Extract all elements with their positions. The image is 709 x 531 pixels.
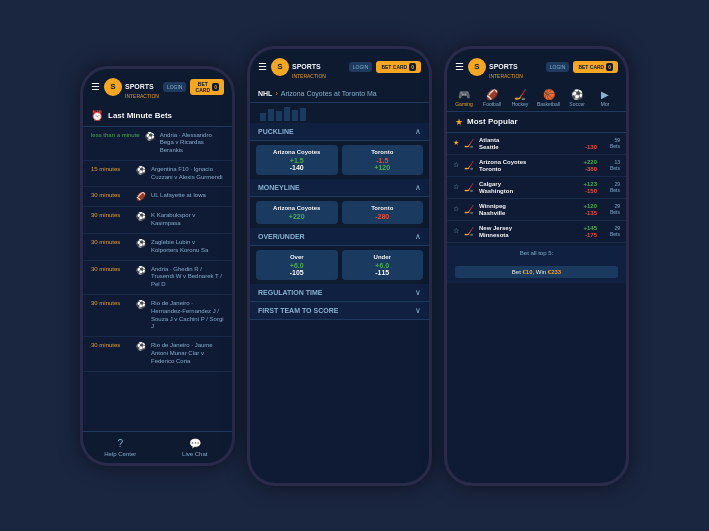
logo-text-center: SPORTS (292, 63, 321, 70)
header-center: ☰ S SPORTS INTERACTION LOGIN BET CARD 0 (250, 49, 429, 85)
more-label: Mor (601, 101, 610, 107)
list-item[interactable]: 30 minutes ⚽ Rio de Janeiro · Jaume Anto… (83, 337, 232, 371)
team-name: Calgary (479, 181, 501, 187)
svg-rect-3 (284, 107, 290, 121)
help-center-btn[interactable]: ? Help Center (83, 432, 158, 463)
phones-container: ☰ S SPORTS INTERACTION LOGIN BET CARD 0 … (60, 26, 649, 506)
sport-icon: 🏈 (136, 192, 146, 201)
bet-details: Argentina F10 · Ignacio Cuzzani v Alexis… (151, 166, 224, 182)
live-chat-btn[interactable]: 💬 Live Chat (158, 432, 233, 463)
sports-tabs: 🎮 Gaming 🏈 Football 🏒 Hockey 🏀 Basketbal… (447, 85, 626, 112)
regulation-time-header[interactable]: REGULATION TIME ∨ (250, 284, 429, 302)
first-team-header[interactable]: FIRST TEAM TO SCORE ∨ (250, 302, 429, 320)
puckline-team2-box[interactable]: Toronto -1.5 +120 (342, 145, 424, 175)
team-row: Minnesota -175 (479, 232, 597, 238)
sport-icon-4: 🏒 (464, 205, 476, 214)
moneyline-team2-box[interactable]: Toronto -280 (342, 201, 424, 224)
login-btn-center[interactable]: LOGIN (349, 62, 373, 72)
bet-time: 30 minutes (91, 239, 131, 245)
bet-time: 15 minutes (91, 166, 131, 172)
list-item[interactable]: 15 minutes ⚽ Argentina F10 · Ignacio Cuz… (83, 161, 232, 188)
tab-hockey[interactable]: 🏒 Hockey (509, 89, 531, 107)
puckline-team1-box[interactable]: Arizona Coyotes +1.5 -140 (256, 145, 338, 175)
hamburger-icon-right[interactable]: ☰ (455, 61, 464, 72)
breadcrumb: NHL › Arizona Coyotes at Toronto Ma (250, 85, 429, 103)
hamburger-icon[interactable]: ☰ (91, 81, 100, 92)
bet-card-label-center: BET CARD (381, 64, 407, 70)
popular-teams-2: Arizona Coyotes +220 Toronto -380 (479, 159, 597, 172)
gaming-label: Gaming (455, 101, 473, 107)
team-row: New Jersey +145 (479, 225, 597, 231)
sport-icon-2: 🏒 (464, 161, 476, 170)
hamburger-icon-center[interactable]: ☰ (258, 61, 267, 72)
header-left: ☰ S SPORTS INTERACTION LOGIN BET CARD 0 (83, 69, 232, 105)
list-item[interactable]: 30 minutes ⚽ Zaglebie Lubin v Kolporters… (83, 234, 232, 261)
bet-details: K Karabukspor v Kasimpasa (151, 212, 224, 228)
popular-row-2[interactable]: ☆ 🏒 Arizona Coyotes +220 Toronto -380 13… (447, 155, 626, 177)
bet-all-button[interactable]: Bet €10, Win €233 (455, 266, 618, 278)
bet-card-count-right: 0 (606, 63, 613, 71)
tab-football[interactable]: 🏈 Football (481, 89, 503, 107)
bet-card-btn-right[interactable]: BET CARD 0 (573, 61, 618, 73)
bet-details: Zaglebie Lubin v Kolporters Koronu Sa (151, 239, 224, 255)
bet-time: 30 minutes (91, 300, 131, 306)
row-star-icon: ☆ (453, 205, 461, 213)
moneyline-header[interactable]: MONEYLINE ∧ (250, 179, 429, 197)
star-icon: ★ (455, 117, 463, 127)
moneyline-team1-box[interactable]: Arizona Coyotes +220 (256, 201, 338, 224)
puckline-header[interactable]: PUCKLINE ∧ (250, 123, 429, 141)
popular-row-1[interactable]: ★ 🏒 Atlanta Seattle -130 59Bets (447, 133, 626, 155)
overunder-header[interactable]: OVER/UNDER ∧ (250, 228, 429, 246)
popular-row-3[interactable]: ☆ 🏒 Calgary +123 Washington -150 29Bets (447, 177, 626, 199)
list-item[interactable]: 30 minutes ⚽ K Karabukspor v Kasimpasa (83, 207, 232, 234)
logo-text-right: SPORTS (489, 63, 518, 70)
sport-icon: ⚽ (136, 212, 146, 221)
overunder-under-box[interactable]: Under +6.0 -115 (342, 250, 424, 280)
tab-gaming[interactable]: 🎮 Gaming (453, 89, 475, 107)
overunder-over-box[interactable]: Over +6.0 -105 (256, 250, 338, 280)
bet-time: less than a minute (91, 132, 140, 138)
bet-card-btn-left[interactable]: BET CARD 0 (190, 79, 224, 95)
team-odds: -175 (585, 232, 597, 238)
list-item[interactable]: 30 minutes ⚽ Rio de Janeiro · Hernandez-… (83, 295, 232, 337)
sport-icon: ⚽ (136, 342, 146, 351)
soccer-icon: ⚽ (571, 89, 583, 100)
hockey-label: Hockey (512, 101, 529, 107)
sport-icon: ⚽ (136, 166, 146, 175)
tab-soccer[interactable]: ⚽ Soccer (566, 89, 588, 107)
moneyline-team2-name: Toronto (346, 205, 420, 211)
bet-details: UL Lafayette at Iowa (151, 192, 224, 200)
moneyline-chevron-icon: ∧ (415, 183, 421, 192)
logo-sub-left: INTERACTION (125, 93, 159, 99)
team-odds: -130 (585, 144, 597, 150)
tab-more[interactable]: ▶ Mor (594, 89, 616, 107)
basketball-icon: 🏀 (543, 89, 555, 100)
row-star-icon: ☆ (453, 183, 461, 191)
regulation-time-chevron-icon: ∨ (415, 288, 421, 297)
tab-basketball[interactable]: 🏀 Basketball (537, 89, 560, 107)
logo-left: S SPORTS INTERACTION (104, 75, 159, 99)
overunder-over-name: Over (260, 254, 334, 260)
puckline-team2-name: Toronto (346, 149, 420, 155)
login-btn-right[interactable]: LOGIN (546, 62, 570, 72)
list-item[interactable]: 30 minutes 🏈 UL Lafayette at Iowa (83, 187, 232, 207)
team-row: Toronto -380 (479, 166, 597, 172)
list-item[interactable]: less than a minute ⚽ Andria · Alessandro… (83, 127, 232, 161)
list-item[interactable]: 30 minutes ⚽ Andria · Ghedin R / Trusend… (83, 261, 232, 295)
overunder-under-odds: -115 (346, 269, 420, 276)
clock-icon: ⏰ (91, 110, 103, 121)
breadcrumb-league[interactable]: NHL (258, 90, 272, 97)
popular-row-4[interactable]: ☆ 🏒 Winnipeg +120 Nashville -135 29Bets (447, 199, 626, 221)
login-btn-left[interactable]: LOGIN (163, 82, 187, 92)
overunder-over-spread: +6.0 (260, 262, 334, 269)
help-label: Help Center (104, 451, 136, 457)
football-label: Football (483, 101, 501, 107)
bottom-nav-left: ? Help Center 💬 Live Chat (83, 431, 232, 463)
sport-icon: ⚽ (136, 266, 146, 275)
bet-card-count-left: 0 (212, 83, 219, 91)
popular-row-5[interactable]: ☆ 🏒 New Jersey +145 Minnesota -175 29Bet… (447, 221, 626, 243)
bet-card-btn-center[interactable]: BET CARD 0 (376, 61, 421, 73)
phone-right-screen: ☰ S SPORTS INTERACTION LOGIN BET CARD 0 (447, 49, 626, 483)
overunder-under-name: Under (346, 254, 420, 260)
bet-time: 30 minutes (91, 266, 131, 272)
